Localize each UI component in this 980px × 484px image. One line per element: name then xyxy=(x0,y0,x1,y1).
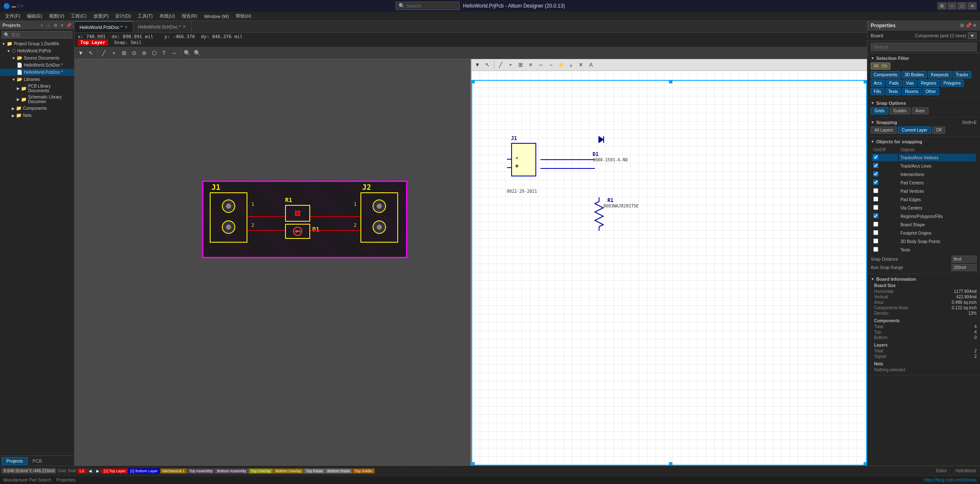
menu-place[interactable]: 放置(P) xyxy=(90,12,112,20)
tool-poly[interactable]: ⬡ xyxy=(149,49,159,58)
global-search-input[interactable] xyxy=(406,3,457,8)
tool-text[interactable]: T xyxy=(159,49,169,58)
snap-trackarcs-vertices-cb[interactable] xyxy=(873,155,878,160)
filter-tracks-btn[interactable]: Tracks xyxy=(953,71,971,78)
snap-3d-body-cb[interactable] xyxy=(873,238,878,243)
snap-board-shape-cb[interactable] xyxy=(873,222,878,227)
tool-zoom-out[interactable]: 🔍 xyxy=(193,49,202,58)
tool-zoom-in[interactable]: 🔍 xyxy=(183,49,192,58)
sidebar-add-btn[interactable]: + xyxy=(39,22,45,28)
axis-snap-range-input[interactable] xyxy=(952,264,977,271)
checkbox-cell[interactable] xyxy=(872,246,898,254)
pcb-canvas[interactable]: J1 1 2 xyxy=(75,59,471,466)
layer-tab-botassembly[interactable]: Bottom Assembly xyxy=(215,468,248,474)
projects-search-input[interactable] xyxy=(2,31,72,39)
tab-pcb[interactable]: PCB xyxy=(28,457,47,465)
snap-distance-input[interactable] xyxy=(952,256,977,263)
checkbox-cell[interactable] xyxy=(872,187,898,195)
tool-filter[interactable]: ▼ xyxy=(76,49,85,58)
tool-pad[interactable]: ⊙ xyxy=(129,49,139,58)
sch-bus-btn[interactable]: ≡ xyxy=(526,60,535,70)
tree-item-sch-lib[interactable]: ▶ 📁 Schematic Library Documen xyxy=(0,94,74,105)
tool-component[interactable]: ⊞ xyxy=(119,49,129,58)
tab-schdoc[interactable]: HelloWorld.SchDoc * ✕ xyxy=(133,21,192,32)
tree-item-project[interactable]: ▼ ⬡ HelloWorld.PrjPcb xyxy=(0,47,74,54)
filter-vias-btn[interactable]: Vias xyxy=(903,80,917,87)
layer-tab-top[interactable]: [1] Top Layer xyxy=(102,468,128,474)
snap-guides-btn[interactable]: Guides xyxy=(890,107,911,114)
sch-filter-btn[interactable]: ▼ xyxy=(473,60,482,70)
tree-item-source-docs[interactable]: ▼ 📂 Source Documents xyxy=(0,54,74,62)
checkbox-cell[interactable] xyxy=(872,171,898,178)
menu-tools[interactable]: 工具(T) xyxy=(134,12,156,20)
minimize-btn[interactable]: ─ xyxy=(947,2,957,10)
checkbox-cell[interactable] xyxy=(872,154,898,161)
properties-header-btns[interactable]: ⚙ 📌 ✕ xyxy=(960,23,977,28)
sch-gnd-btn[interactable]: ⏚ xyxy=(566,60,576,70)
menu-help[interactable]: 帮助(H) xyxy=(232,12,255,20)
snap-pad-centers-cb[interactable] xyxy=(873,180,878,185)
sch-comp-btn[interactable]: ⊞ xyxy=(516,60,525,70)
menu-view[interactable]: 视图(V) xyxy=(46,12,68,20)
snap-off-btn[interactable]: Off xyxy=(932,127,945,134)
checkbox-cell[interactable] xyxy=(872,196,898,203)
menu-design[interactable]: 设计(D) xyxy=(112,12,134,20)
settings-btn[interactable]: ⚙ xyxy=(937,2,947,10)
tab-close-pcb[interactable]: ✕ xyxy=(124,25,128,29)
sch-text-btn[interactable]: A xyxy=(586,60,596,70)
menu-edit[interactable]: 编辑(E) xyxy=(23,12,46,20)
layer-tab-nav-next[interactable]: ▶ xyxy=(94,468,101,474)
tree-item-schdoc[interactable]: 📄 HelloWorld.SchDoc * xyxy=(0,62,74,69)
sch-canvas[interactable]: ▼ ↖ ╱ + ⊞ ≡ ↔ → ⚡ ⏚ ✕ A xyxy=(471,59,867,466)
checkbox-cell[interactable] xyxy=(872,221,898,228)
tree-item-projectgroup[interactable]: ▼ 📁 Project Group 1.DsnWrk xyxy=(0,40,74,47)
checkbox-cell[interactable] xyxy=(872,179,898,186)
snap-intersections-cb[interactable] xyxy=(873,171,878,176)
bottom-tabs-bar[interactable]: Editor HelloWorld xyxy=(934,468,978,474)
global-search-box[interactable]: 🔍 xyxy=(396,2,460,10)
snap-texts-cb[interactable] xyxy=(873,247,878,252)
sch-power-btn[interactable]: ⚡ xyxy=(556,60,566,70)
menu-project[interactable]: 工程(C) xyxy=(67,12,90,20)
filter-other-btn[interactable]: Other xyxy=(923,88,939,95)
sch-wire-btn[interactable]: ╱ xyxy=(496,60,505,70)
maximize-btn[interactable]: □ xyxy=(957,2,967,10)
layer-tab-mech1[interactable]: Mechanical 1 xyxy=(160,468,187,474)
sidebar-pin-btn[interactable]: 📌 xyxy=(66,22,72,28)
manufacturer-part-search-link[interactable]: Manufacturer Part Search xyxy=(3,478,51,482)
layer-tab-ls[interactable]: LS xyxy=(77,468,86,474)
tree-item-pcbdoc[interactable]: 📄 HelloWorld.PcbDoc * xyxy=(0,69,74,76)
sch-j1-component[interactable]: - + J1 0022-29-2021 xyxy=(507,143,540,181)
sch-j1-box[interactable]: - + xyxy=(511,143,536,176)
sch-noconn-btn[interactable]: ✕ xyxy=(576,60,586,70)
filter-regions-btn[interactable]: Regions xyxy=(918,80,939,87)
menu-report[interactable]: 报告(R) xyxy=(178,12,201,20)
tool-wire[interactable]: ╱ xyxy=(99,49,108,58)
filter-all-on-btn[interactable]: All · On xyxy=(871,62,890,70)
filter-components-btn[interactable]: Components xyxy=(871,71,900,78)
snap-trackarcs-lines-cb[interactable] xyxy=(873,163,878,168)
tool-via[interactable]: ⊚ xyxy=(139,49,149,58)
properties-close-btn[interactable]: ✕ xyxy=(972,23,977,28)
sidebar-settings-btn[interactable]: ⚙ xyxy=(52,22,58,28)
tool-place[interactable]: + xyxy=(109,49,118,58)
tree-item-libraries[interactable]: ▼ 📂 Libraries xyxy=(0,76,74,83)
filter-texts-btn[interactable]: Texts xyxy=(885,88,901,95)
menu-window[interactable]: Window (W) xyxy=(201,13,232,20)
tool-dimension[interactable]: ↔ xyxy=(170,49,179,58)
layer-tabs-container[interactable]: LS ◀ ▶ [1] Top Layer [2] Bottom Layer Me… xyxy=(77,468,932,474)
layer-tab-botoverlay[interactable]: Bottom Overlay xyxy=(273,468,304,474)
filter-polygons-btn[interactable]: Polygons xyxy=(941,80,964,87)
layer-tab-topassembly[interactable]: Top Assembly xyxy=(187,468,215,474)
snap-currentlayer-btn[interactable]: Current Layer xyxy=(898,127,931,134)
filter-fills-btn[interactable]: Fills xyxy=(871,88,884,95)
snap-regions-cb[interactable] xyxy=(873,213,878,218)
snap-footprint-origins-cb[interactable] xyxy=(873,230,878,235)
bottom-bar-left[interactable]: Manufacturer Part Search Properties xyxy=(3,478,75,482)
snap-grids-btn[interactable]: Grids xyxy=(871,107,888,114)
components-selector[interactable]: Components (and 12 more) ▼ xyxy=(915,32,977,39)
tab-editor[interactable]: Editor xyxy=(934,468,949,474)
filter-keepouts-btn[interactable]: Keepouts xyxy=(928,71,952,78)
close-btn[interactable]: ✕ xyxy=(967,2,977,10)
layer-tab-bottom[interactable]: [2] Bottom Layer xyxy=(128,468,160,474)
